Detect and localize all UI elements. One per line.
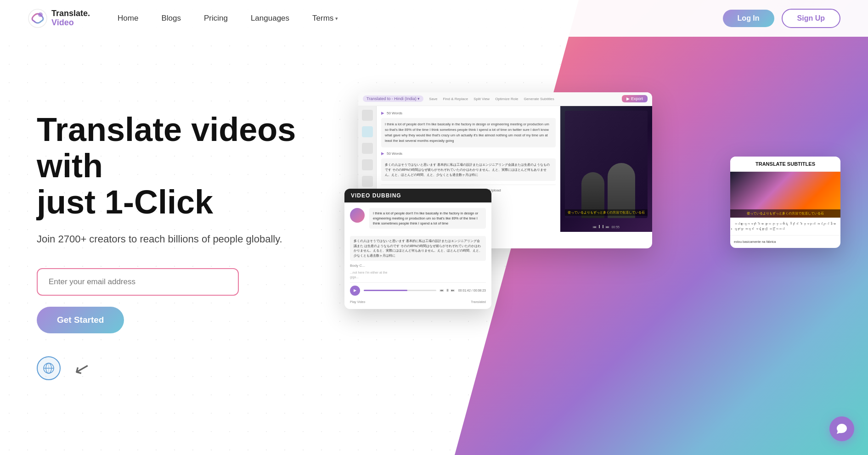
export-button[interactable]: ▶ Export: [622, 95, 648, 102]
globe-icon: [37, 356, 61, 380]
prev-icon: ⏮: [440, 288, 444, 292]
subtitle-text-2: estou basicamente na fábrica: [730, 236, 840, 248]
logo-video: Video: [51, 18, 90, 28]
logo[interactable]: Translate. Video: [28, 8, 90, 28]
get-started-button[interactable]: Get Started: [37, 307, 124, 333]
extra-text: ...not here I'm either at thegiga...: [350, 270, 486, 280]
nav-actions: Log In Sign Up: [723, 9, 840, 28]
video-thumb-inner: 使っているよりもずっと多くの方法で生活している石 ⏮ ❙❙ ⏭ 00:55: [560, 106, 652, 232]
video-thumbnail: 使っているよりもずっと多くの方法で生活している石 ⏮ ❙❙ ⏭ 00:55: [560, 106, 652, 232]
hero-subtitle: Join 2700+ creators to reach billions of…: [37, 233, 312, 245]
nav-pricing[interactable]: Pricing: [204, 14, 228, 23]
hero-title-line1: Translate videos with: [37, 111, 296, 184]
hero-left: Translate videos with just 1-Click Join …: [37, 112, 312, 381]
hero-title-line2: just 1-Click: [37, 184, 213, 220]
logo-text: Translate. Video: [51, 9, 90, 28]
sidebar-icon-4: [362, 159, 373, 170]
navbar: Translate. Video Home Blogs Pricing Lang…: [0, 0, 868, 37]
toolbar-find: Find & Replace: [443, 97, 468, 101]
content-block-jp: 多くの人はそうではないと思います 基本的に私は工場の設計またはエンジニアリング会…: [381, 158, 556, 181]
scroll-indicator: ↙: [72, 356, 92, 381]
dubbing-card-body: I think a lot of people don't I'm like b…: [344, 202, 491, 309]
body-section: Body C...: [350, 261, 486, 270]
sidebar-icon-5: [362, 176, 373, 187]
sidebar-icon-1: [362, 110, 373, 121]
nav-links: Home Blogs Pricing Languages Terms ▾: [118, 14, 723, 23]
video-overlay-text: 使っているよりもずっと多くの方法で生活している石: [565, 209, 648, 216]
translated-label: Translated: [471, 300, 486, 303]
play-video-label: Play Video: [350, 300, 365, 303]
hero-title: Translate videos with just 1-Click: [37, 112, 312, 221]
toolbar-optimize: Optimize Role: [495, 97, 518, 101]
email-input[interactable]: [37, 268, 239, 296]
sidebar-icon-3: [362, 143, 373, 154]
dubbing-en-text: I think a lot of people don't I'm like b…: [369, 208, 486, 229]
subtitle-text-1: ဘယ်လူတွေကမဆို ငါဟာ မူလ ကုမ္ပဏီရဲ့ ဒီဇိုင…: [730, 218, 840, 236]
video-time: 00:55: [611, 225, 620, 229]
subtitles-title: TRANSLATE SUBTITLES: [730, 157, 840, 172]
svg-point-0: [28, 9, 47, 28]
signup-button[interactable]: Sign Up: [782, 9, 840, 28]
content-block-en: I think a lot of people don't I'm like b…: [381, 118, 556, 147]
subtitle-overlay: 使っているよりもずっと多くの方法で生活している石: [730, 209, 840, 218]
dubbing-item-1: I think a lot of people don't I'm like b…: [350, 208, 486, 232]
dubbing-footer: Play Video Translated: [350, 298, 486, 303]
sidebar-icon-2: [362, 126, 373, 137]
toolbar-save: Save: [429, 97, 437, 101]
logo-icon: [28, 8, 48, 28]
dubbing-card: VIDEO DUBBING I think a lot of people do…: [344, 189, 491, 309]
dubbing-timeline: [364, 290, 436, 291]
email-wrapper: [37, 268, 312, 296]
nav-home[interactable]: Home: [118, 14, 138, 23]
dubbing-media-controls: ⏮ ⏸ ⏭: [440, 288, 455, 292]
dubbing-texts: I think a lot of people don't I'm like b…: [369, 208, 486, 232]
nav-languages[interactable]: Languages: [251, 14, 289, 23]
chevron-down-icon: ▾: [335, 16, 338, 22]
dubbing-controls: ▶ ⏮ ⏸ ⏭ 00:01:42 / 00:08:23: [350, 282, 486, 298]
subtitle-image: 使っているよりもずっと多くの方法で生活している石: [730, 172, 840, 218]
next-icon: ⏭: [451, 288, 455, 292]
toolbar-split: Split View: [473, 97, 490, 101]
logo-translate: Translate.: [51, 9, 90, 18]
toolbar-generate-subtitles: Generate Subtitles: [524, 97, 554, 101]
nav-blogs[interactable]: Blogs: [161, 14, 181, 23]
globe-wrapper: ↙: [37, 356, 312, 380]
nav-terms[interactable]: Terms ▾: [312, 14, 338, 23]
hero-right: Translated to - Hindi (India) ▾ Save Fin…: [331, 74, 840, 418]
chat-button[interactable]: [829, 416, 854, 441]
dubbing-play-btn[interactable]: ▶: [350, 286, 360, 296]
language-pill: Translated to - Hindi (India) ▾: [363, 95, 423, 102]
dubbing-card-title: VIDEO DUBBING: [344, 189, 491, 202]
timestamp-row-2: ▶ 50 Words: [381, 151, 556, 157]
editor-toolbar: Translated to - Hindi (India) ▾ Save Fin…: [358, 92, 652, 106]
hero-section: Translate videos with just 1-Click Join …: [0, 37, 868, 455]
pause-icon: ⏸: [445, 288, 449, 292]
dubbing-avatar: [350, 208, 365, 223]
play-icon: ▶: [381, 111, 384, 116]
dubbing-jp-text: 多くの人はそうではないと思います 基本的に私は工場の設計またはエンジニアリング会…: [350, 236, 486, 261]
subtitles-card: TRANSLATE SUBTITLES 使っているよりもずっと多くの方法で生活し…: [730, 157, 840, 248]
timestamp-row-1: ▶ 50 Words: [381, 111, 556, 116]
svg-point-1: [38, 12, 43, 17]
dubbing-progress: [364, 290, 407, 291]
dubbing-time: 00:01:42 / 00:08:23: [458, 289, 486, 292]
login-button[interactable]: Log In: [723, 10, 774, 27]
play-icon-2: ▶: [381, 151, 384, 157]
video-controls: ⏮ ❙❙ ⏭: [593, 225, 609, 229]
